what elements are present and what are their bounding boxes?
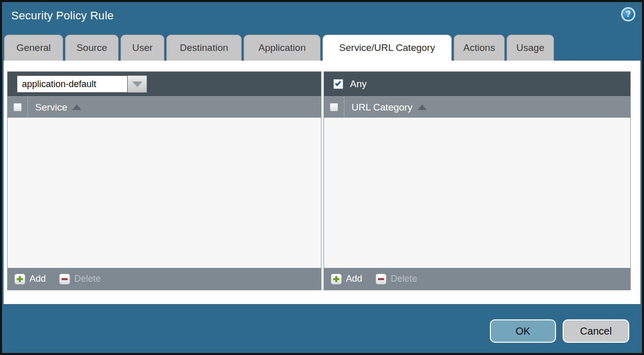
sort-ascending-icon	[72, 104, 81, 110]
url-category-table-header: URL Category	[324, 96, 630, 118]
service-panel-footer: Add Delete	[8, 268, 321, 290]
service-column-label: Service	[35, 102, 67, 113]
minus-icon	[59, 274, 70, 285]
service-panel: application-default Service Add Delete	[7, 71, 321, 290]
delete-button-label: Delete	[391, 274, 417, 284]
security-policy-rule-dialog: { "dialog": { "title": "Security Policy …	[0, 0, 644, 355]
delete-button-label: Delete	[74, 274, 101, 284]
service-column-header[interactable]: Service	[28, 97, 81, 118]
url-category-column-label: URL Category	[352, 102, 413, 113]
plus-icon	[331, 274, 342, 285]
tab-general[interactable]: General	[4, 35, 63, 61]
minus-icon	[375, 274, 387, 285]
any-checkbox-checked[interactable]	[333, 79, 343, 89]
tab-service-url-category[interactable]: Service/URL Category	[323, 35, 452, 61]
service-select-all-cell	[8, 97, 28, 118]
url-category-select-all-cell	[324, 97, 344, 118]
help-icon[interactable]: ?	[621, 7, 635, 21]
ok-button[interactable]: OK	[490, 319, 556, 343]
service-type-dropdown-value[interactable]: application-default	[17, 75, 128, 93]
sort-ascending-icon	[418, 104, 427, 110]
tab-source[interactable]: Source	[65, 35, 119, 61]
chevron-down-icon	[132, 81, 142, 87]
service-select-all-checkbox[interactable]	[13, 103, 22, 112]
service-delete-button[interactable]: Delete	[59, 274, 101, 285]
url-category-any-bar: Any	[324, 72, 630, 96]
plus-icon	[14, 274, 25, 285]
tab-usage[interactable]: Usage	[507, 35, 554, 61]
cancel-button[interactable]: Cancel	[563, 319, 629, 343]
url-category-select-all-checkbox[interactable]	[330, 103, 338, 112]
tab-application[interactable]: Application	[244, 35, 320, 61]
tab-user[interactable]: User	[121, 35, 164, 61]
url-category-panel-footer: Add Delete	[324, 268, 630, 290]
service-table-header: Service	[8, 96, 321, 118]
tab-actions[interactable]: Actions	[454, 35, 505, 61]
tab-strip: General Source User Destination Applicat…	[4, 35, 554, 61]
service-type-dropdown-button[interactable]	[128, 75, 147, 93]
service-table-body	[8, 118, 321, 268]
any-checkbox-row: Any	[333, 78, 367, 90]
url-category-table-body	[324, 118, 630, 268]
service-dropdown-bar: application-default	[8, 72, 321, 96]
url-category-add-button[interactable]: Add	[331, 274, 362, 285]
any-label: Any	[350, 78, 367, 90]
tab-destination[interactable]: Destination	[166, 35, 242, 61]
add-button-label: Add	[30, 274, 46, 284]
url-category-panel: Any URL Category Add Delete	[324, 71, 631, 290]
add-button-label: Add	[346, 274, 362, 284]
url-category-column-header[interactable]: URL Category	[344, 97, 427, 118]
url-category-delete-button[interactable]: Delete	[375, 274, 417, 285]
service-type-dropdown: application-default	[17, 75, 147, 93]
service-add-button[interactable]: Add	[14, 274, 46, 285]
checkmark-icon	[335, 80, 341, 86]
page-title: Security Policy Rule	[11, 9, 114, 22]
